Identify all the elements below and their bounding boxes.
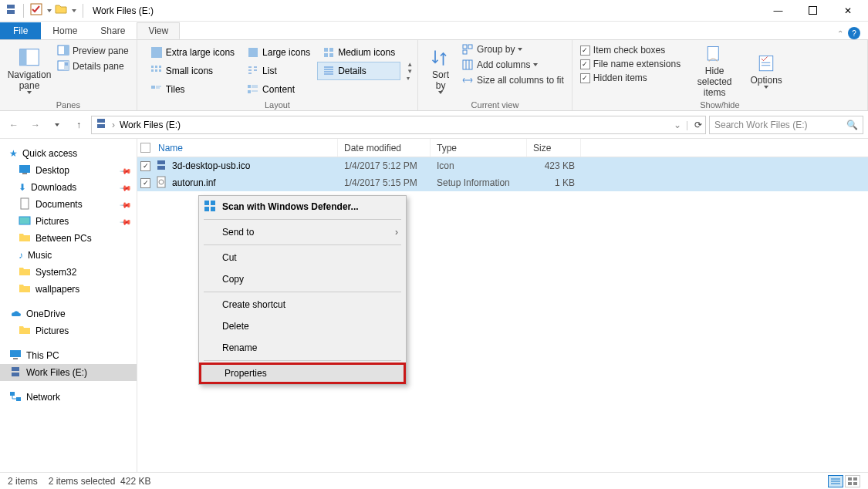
help-icon[interactable]: ?	[848, 27, 860, 39]
collapse-ribbon-icon[interactable]: ⌃	[837, 29, 843, 38]
search-box[interactable]: Search Work Files (E:) 🔍	[709, 116, 863, 134]
nav-quick-access[interactable]: ★Quick access	[0, 145, 137, 162]
file-row[interactable]: 3d-desktop-usb.ico 1/4/2017 5:12 PM Icon…	[137, 157, 868, 174]
svg-rect-62	[16, 397, 21, 401]
nav-recent-button[interactable]	[48, 116, 66, 134]
qat-menu-icon[interactable]	[72, 9, 76, 12]
nav-back-button[interactable]: ←	[5, 116, 23, 134]
tab-view[interactable]: View	[137, 22, 180, 39]
svg-rect-54	[22, 173, 27, 174]
ctx-properties[interactable]: Properties	[199, 363, 406, 384]
nav-downloads[interactable]: ⬇Downloads📌	[0, 179, 137, 196]
navigation-pane-button[interactable]: Navigation pane	[5, 42, 54, 100]
pin-icon: 📌	[120, 215, 132, 228]
preview-pane-button[interactable]: Preview pane	[54, 43, 132, 59]
ctx-delete[interactable]: Delete	[199, 315, 406, 337]
view-thumbnails-button[interactable]	[845, 475, 860, 487]
nav-this-pc[interactable]: This PC	[0, 347, 137, 364]
nav-work-files[interactable]: Work Files (E:)	[0, 364, 137, 381]
sort-by-button[interactable]: Sort by	[423, 42, 458, 100]
refresh-icon[interactable]: ⟳	[694, 120, 702, 130]
view-details-button[interactable]	[828, 475, 843, 487]
ctx-create-shortcut[interactable]: Create shortcut	[199, 294, 406, 315]
svg-rect-64	[157, 166, 165, 170]
column-type[interactable]: Type	[431, 139, 527, 157]
layout-tiles[interactable]: Tiles	[145, 80, 240, 99]
hide-selected-button[interactable]: Hide selected items	[684, 42, 745, 100]
group-current-view: Sort by Group by Add columns Size all co…	[418, 40, 572, 110]
address-field[interactable]: › Work Files (E:) ⌄ | ⟳	[91, 116, 706, 134]
nav-up-button[interactable]: ↑	[69, 116, 88, 134]
svg-rect-20	[159, 66, 161, 68]
svg-rect-77	[853, 482, 857, 485]
ctx-send-to[interactable]: Send to›	[199, 221, 406, 243]
svg-rect-58	[13, 358, 18, 359]
svg-rect-53	[19, 165, 30, 173]
group-layout: Extra large icons Large icons Medium ico…	[137, 40, 418, 110]
layout-extra-large[interactable]: Extra large icons	[145, 43, 240, 62]
ctx-scan-defender[interactable]: Scan with Windows Defender...	[199, 196, 406, 218]
svg-rect-3	[809, 7, 817, 15]
options-button[interactable]: Options	[745, 42, 787, 100]
svg-rect-14	[324, 48, 328, 52]
desktop-icon	[19, 164, 31, 178]
layout-content[interactable]: Content	[241, 80, 316, 99]
svg-rect-57	[10, 350, 21, 357]
column-name[interactable]: Name	[137, 139, 338, 157]
ctx-copy[interactable]: Copy	[199, 268, 406, 290]
layout-small[interactable]: Small icons	[145, 62, 240, 80]
pin-icon: 📌	[120, 198, 132, 211]
layout-details[interactable]: Details	[317, 62, 400, 80]
nav-pictures[interactable]: Pictures📌	[0, 213, 137, 230]
file-extensions-toggle[interactable]: File name extensions	[577, 57, 684, 71]
nav-onedrive[interactable]: OneDrive	[0, 305, 137, 322]
layout-large[interactable]: Large icons	[241, 43, 316, 62]
group-by-button[interactable]: Group by	[458, 42, 567, 57]
qat-dropdown-icon[interactable]	[47, 9, 52, 12]
layout-list[interactable]: List	[241, 62, 316, 80]
svg-rect-21	[151, 69, 154, 72]
add-columns-button[interactable]: Add columns	[458, 57, 567, 73]
nav-wallpapers[interactable]: wallpapers	[0, 281, 137, 298]
size-columns-button[interactable]: Size all columns to fit	[458, 73, 567, 88]
status-selected-size: 422 KB	[120, 476, 150, 487]
search-placeholder: Search Work Files (E:)	[714, 120, 807, 130]
nav-desktop[interactable]: Desktop📌	[0, 162, 137, 179]
tab-home[interactable]: Home	[41, 22, 89, 39]
close-button[interactable]: ✕	[830, 0, 865, 22]
layout-medium[interactable]: Medium icons	[317, 43, 400, 62]
nav-system32[interactable]: System32	[0, 264, 137, 281]
svg-rect-16	[324, 53, 328, 57]
nav-forward-button[interactable]: →	[26, 116, 45, 134]
navigation-pane: ★Quick access Desktop📌 ⬇Downloads📌 Docum…	[0, 139, 137, 472]
hidden-items-toggle[interactable]: Hidden items	[577, 71, 684, 85]
svg-rect-39	[248, 90, 251, 93]
details-pane-button[interactable]: Details pane	[54, 59, 132, 74]
item-checkboxes-toggle[interactable]: Item check boxes	[577, 43, 684, 57]
svg-rect-1	[7, 10, 15, 14]
group-show-hide: Item check boxes File name extensions Hi…	[572, 40, 868, 110]
nav-documents[interactable]: Documents📌	[0, 196, 137, 213]
svg-rect-52	[97, 124, 105, 128]
pin-icon: 📌	[120, 164, 132, 177]
address-dropdown-icon[interactable]: ⌄	[674, 120, 681, 130]
nav-between-pcs[interactable]: Between PCs	[0, 230, 137, 247]
column-date[interactable]: Date modified	[338, 139, 431, 157]
svg-rect-63	[157, 160, 165, 164]
nav-network[interactable]: Network	[0, 389, 137, 406]
nav-onedrive-pictures[interactable]: Pictures	[0, 322, 137, 339]
tab-share[interactable]: Share	[89, 22, 137, 39]
svg-rect-61	[10, 392, 15, 396]
layout-gallery-expand[interactable]: ▲▼▾	[404, 42, 413, 100]
minimize-button[interactable]: —	[761, 0, 795, 22]
hide-selected-icon	[704, 44, 725, 66]
qat-selection-icon[interactable]	[30, 3, 42, 18]
ctx-cut[interactable]: Cut	[199, 247, 406, 268]
file-row[interactable]: autorun.inf 1/4/2017 5:15 PM Setup Infor…	[137, 174, 868, 191]
ctx-rename[interactable]: Rename	[199, 337, 406, 359]
maximize-button[interactable]	[795, 0, 830, 22]
column-size[interactable]: Size	[527, 139, 581, 157]
folder-icon	[19, 324, 31, 339]
nav-music[interactable]: ♪Music	[0, 247, 137, 264]
tab-file[interactable]: File	[0, 22, 41, 39]
